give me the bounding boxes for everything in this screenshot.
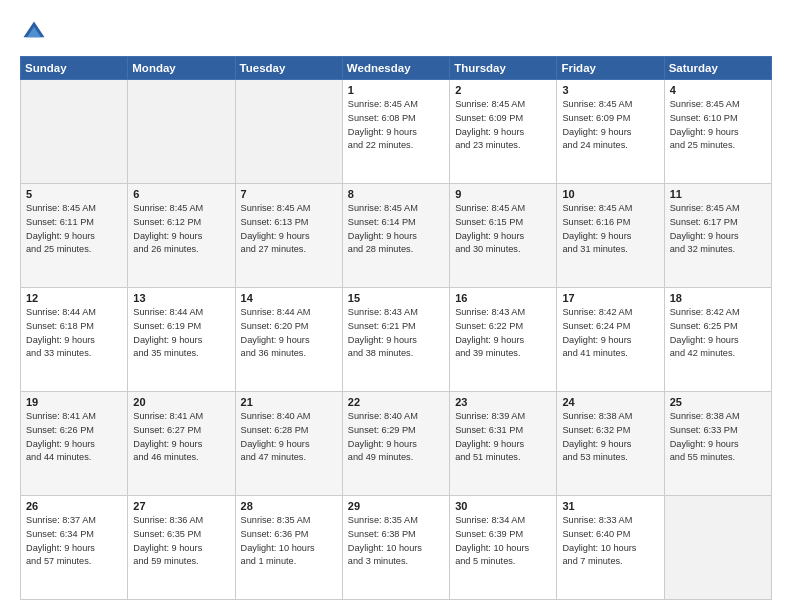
- calendar-cell: 4Sunrise: 8:45 AM Sunset: 6:10 PM Daylig…: [664, 80, 771, 184]
- weekday-header: Thursday: [450, 57, 557, 80]
- calendar-cell: 12Sunrise: 8:44 AM Sunset: 6:18 PM Dayli…: [21, 288, 128, 392]
- calendar-cell: 24Sunrise: 8:38 AM Sunset: 6:32 PM Dayli…: [557, 392, 664, 496]
- day-info: Sunrise: 8:38 AM Sunset: 6:32 PM Dayligh…: [562, 410, 658, 465]
- day-info: Sunrise: 8:35 AM Sunset: 6:38 PM Dayligh…: [348, 514, 444, 569]
- day-number: 22: [348, 396, 444, 408]
- day-number: 24: [562, 396, 658, 408]
- calendar-cell: 5Sunrise: 8:45 AM Sunset: 6:11 PM Daylig…: [21, 184, 128, 288]
- calendar-cell: 21Sunrise: 8:40 AM Sunset: 6:28 PM Dayli…: [235, 392, 342, 496]
- calendar-week-row: 19Sunrise: 8:41 AM Sunset: 6:26 PM Dayli…: [21, 392, 772, 496]
- day-number: 21: [241, 396, 337, 408]
- weekday-header: Monday: [128, 57, 235, 80]
- calendar-cell: 6Sunrise: 8:45 AM Sunset: 6:12 PM Daylig…: [128, 184, 235, 288]
- calendar-week-row: 12Sunrise: 8:44 AM Sunset: 6:18 PM Dayli…: [21, 288, 772, 392]
- day-info: Sunrise: 8:33 AM Sunset: 6:40 PM Dayligh…: [562, 514, 658, 569]
- calendar-cell: 22Sunrise: 8:40 AM Sunset: 6:29 PM Dayli…: [342, 392, 449, 496]
- day-number: 25: [670, 396, 766, 408]
- day-number: 20: [133, 396, 229, 408]
- day-info: Sunrise: 8:38 AM Sunset: 6:33 PM Dayligh…: [670, 410, 766, 465]
- day-number: 26: [26, 500, 122, 512]
- day-info: Sunrise: 8:41 AM Sunset: 6:27 PM Dayligh…: [133, 410, 229, 465]
- day-info: Sunrise: 8:44 AM Sunset: 6:20 PM Dayligh…: [241, 306, 337, 361]
- day-info: Sunrise: 8:45 AM Sunset: 6:15 PM Dayligh…: [455, 202, 551, 257]
- calendar-cell: 10Sunrise: 8:45 AM Sunset: 6:16 PM Dayli…: [557, 184, 664, 288]
- day-number: 10: [562, 188, 658, 200]
- day-info: Sunrise: 8:43 AM Sunset: 6:22 PM Dayligh…: [455, 306, 551, 361]
- day-number: 13: [133, 292, 229, 304]
- day-info: Sunrise: 8:45 AM Sunset: 6:14 PM Dayligh…: [348, 202, 444, 257]
- day-number: 19: [26, 396, 122, 408]
- calendar-cell: 2Sunrise: 8:45 AM Sunset: 6:09 PM Daylig…: [450, 80, 557, 184]
- page: SundayMondayTuesdayWednesdayThursdayFrid…: [0, 0, 792, 612]
- calendar-cell: 28Sunrise: 8:35 AM Sunset: 6:36 PM Dayli…: [235, 496, 342, 600]
- day-number: 12: [26, 292, 122, 304]
- weekday-header: Saturday: [664, 57, 771, 80]
- day-info: Sunrise: 8:44 AM Sunset: 6:19 PM Dayligh…: [133, 306, 229, 361]
- day-number: 7: [241, 188, 337, 200]
- weekday-header: Sunday: [21, 57, 128, 80]
- calendar-week-row: 26Sunrise: 8:37 AM Sunset: 6:34 PM Dayli…: [21, 496, 772, 600]
- header: [20, 18, 772, 46]
- day-number: 27: [133, 500, 229, 512]
- day-info: Sunrise: 8:45 AM Sunset: 6:11 PM Dayligh…: [26, 202, 122, 257]
- logo-icon: [20, 18, 48, 46]
- calendar-cell: 15Sunrise: 8:43 AM Sunset: 6:21 PM Dayli…: [342, 288, 449, 392]
- calendar-cell: 25Sunrise: 8:38 AM Sunset: 6:33 PM Dayli…: [664, 392, 771, 496]
- day-info: Sunrise: 8:45 AM Sunset: 6:13 PM Dayligh…: [241, 202, 337, 257]
- day-info: Sunrise: 8:35 AM Sunset: 6:36 PM Dayligh…: [241, 514, 337, 569]
- day-number: 8: [348, 188, 444, 200]
- day-number: 6: [133, 188, 229, 200]
- day-number: 9: [455, 188, 551, 200]
- calendar-table: SundayMondayTuesdayWednesdayThursdayFrid…: [20, 56, 772, 600]
- day-number: 28: [241, 500, 337, 512]
- day-info: Sunrise: 8:39 AM Sunset: 6:31 PM Dayligh…: [455, 410, 551, 465]
- day-number: 5: [26, 188, 122, 200]
- calendar-cell: 9Sunrise: 8:45 AM Sunset: 6:15 PM Daylig…: [450, 184, 557, 288]
- calendar-week-row: 1Sunrise: 8:45 AM Sunset: 6:08 PM Daylig…: [21, 80, 772, 184]
- weekday-header: Wednesday: [342, 57, 449, 80]
- day-info: Sunrise: 8:45 AM Sunset: 6:08 PM Dayligh…: [348, 98, 444, 153]
- day-number: 4: [670, 84, 766, 96]
- calendar-body: 1Sunrise: 8:45 AM Sunset: 6:08 PM Daylig…: [21, 80, 772, 600]
- day-info: Sunrise: 8:40 AM Sunset: 6:28 PM Dayligh…: [241, 410, 337, 465]
- calendar-cell: [235, 80, 342, 184]
- day-number: 2: [455, 84, 551, 96]
- day-info: Sunrise: 8:45 AM Sunset: 6:16 PM Dayligh…: [562, 202, 658, 257]
- day-number: 11: [670, 188, 766, 200]
- day-info: Sunrise: 8:34 AM Sunset: 6:39 PM Dayligh…: [455, 514, 551, 569]
- calendar-cell: 26Sunrise: 8:37 AM Sunset: 6:34 PM Dayli…: [21, 496, 128, 600]
- weekday-row: SundayMondayTuesdayWednesdayThursdayFrid…: [21, 57, 772, 80]
- calendar-cell: 29Sunrise: 8:35 AM Sunset: 6:38 PM Dayli…: [342, 496, 449, 600]
- day-number: 3: [562, 84, 658, 96]
- calendar-cell: 13Sunrise: 8:44 AM Sunset: 6:19 PM Dayli…: [128, 288, 235, 392]
- calendar-cell: 31Sunrise: 8:33 AM Sunset: 6:40 PM Dayli…: [557, 496, 664, 600]
- day-number: 1: [348, 84, 444, 96]
- calendar-cell: [664, 496, 771, 600]
- calendar-cell: 23Sunrise: 8:39 AM Sunset: 6:31 PM Dayli…: [450, 392, 557, 496]
- day-info: Sunrise: 8:45 AM Sunset: 6:09 PM Dayligh…: [455, 98, 551, 153]
- calendar-cell: 11Sunrise: 8:45 AM Sunset: 6:17 PM Dayli…: [664, 184, 771, 288]
- day-number: 30: [455, 500, 551, 512]
- day-info: Sunrise: 8:42 AM Sunset: 6:25 PM Dayligh…: [670, 306, 766, 361]
- calendar-cell: 18Sunrise: 8:42 AM Sunset: 6:25 PM Dayli…: [664, 288, 771, 392]
- day-info: Sunrise: 8:42 AM Sunset: 6:24 PM Dayligh…: [562, 306, 658, 361]
- calendar-cell: [128, 80, 235, 184]
- weekday-header: Friday: [557, 57, 664, 80]
- day-info: Sunrise: 8:45 AM Sunset: 6:10 PM Dayligh…: [670, 98, 766, 153]
- day-number: 23: [455, 396, 551, 408]
- calendar-cell: 1Sunrise: 8:45 AM Sunset: 6:08 PM Daylig…: [342, 80, 449, 184]
- calendar-cell: 30Sunrise: 8:34 AM Sunset: 6:39 PM Dayli…: [450, 496, 557, 600]
- day-info: Sunrise: 8:36 AM Sunset: 6:35 PM Dayligh…: [133, 514, 229, 569]
- day-number: 17: [562, 292, 658, 304]
- day-info: Sunrise: 8:45 AM Sunset: 6:17 PM Dayligh…: [670, 202, 766, 257]
- day-info: Sunrise: 8:44 AM Sunset: 6:18 PM Dayligh…: [26, 306, 122, 361]
- day-info: Sunrise: 8:43 AM Sunset: 6:21 PM Dayligh…: [348, 306, 444, 361]
- calendar-cell: 16Sunrise: 8:43 AM Sunset: 6:22 PM Dayli…: [450, 288, 557, 392]
- calendar-cell: 19Sunrise: 8:41 AM Sunset: 6:26 PM Dayli…: [21, 392, 128, 496]
- calendar-cell: 7Sunrise: 8:45 AM Sunset: 6:13 PM Daylig…: [235, 184, 342, 288]
- day-number: 16: [455, 292, 551, 304]
- calendar-week-row: 5Sunrise: 8:45 AM Sunset: 6:11 PM Daylig…: [21, 184, 772, 288]
- calendar-cell: 17Sunrise: 8:42 AM Sunset: 6:24 PM Dayli…: [557, 288, 664, 392]
- logo: [20, 18, 52, 46]
- calendar-cell: 14Sunrise: 8:44 AM Sunset: 6:20 PM Dayli…: [235, 288, 342, 392]
